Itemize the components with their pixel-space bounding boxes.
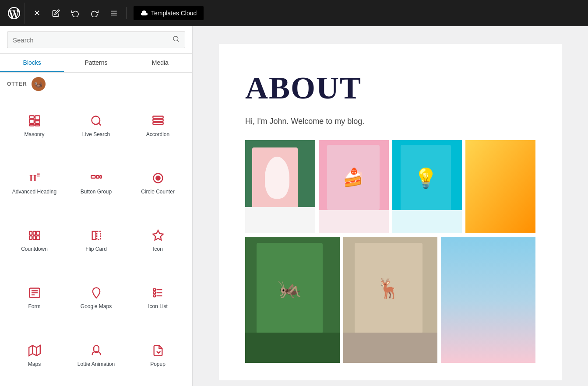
- svg-rect-5: [29, 116, 34, 118]
- edit-icon: [52, 9, 60, 17]
- search-box: [7, 32, 185, 48]
- block-item-form[interactable]: Form: [4, 270, 65, 327]
- block-item-lottie[interactable]: Lottie Animation: [65, 327, 127, 384]
- menu-button[interactable]: [105, 4, 123, 22]
- search-icon: [173, 35, 180, 44]
- undo-button[interactable]: [67, 4, 84, 22]
- gallery-img-pink-blue: [441, 237, 535, 363]
- undo-icon: [71, 9, 79, 17]
- icon-block-icon: [152, 228, 164, 242]
- icon-list-icon: [152, 286, 164, 300]
- gallery-img-deer: 🦌: [343, 237, 438, 363]
- advanced-heading-icon: H: [28, 171, 41, 185]
- block-label-icon: Icon: [153, 246, 163, 253]
- block-item-popup[interactable]: Popup: [127, 327, 189, 384]
- svg-rect-20: [96, 175, 99, 178]
- svg-text:H: H: [29, 173, 36, 183]
- svg-rect-25: [33, 232, 35, 235]
- block-label-icon-list: Icon List: [148, 303, 168, 310]
- svg-rect-40: [153, 292, 155, 294]
- block-item-countdown[interactable]: Countdown: [4, 212, 65, 269]
- svg-rect-9: [29, 124, 34, 126]
- templates-cloud-button[interactable]: Templates Cloud: [134, 6, 204, 20]
- gallery-img-extra: [465, 140, 535, 233]
- svg-rect-39: [153, 289, 155, 291]
- block-label-google-maps: Google Maps: [81, 303, 112, 310]
- button-group-icon: [90, 171, 102, 185]
- svg-point-23: [155, 175, 161, 181]
- svg-point-11: [92, 116, 100, 124]
- svg-rect-24: [29, 232, 32, 235]
- svg-rect-8: [35, 121, 40, 123]
- block-item-live-search[interactable]: Live Search: [65, 97, 127, 154]
- svg-rect-27: [29, 236, 32, 239]
- close-button[interactable]: ✕: [28, 4, 46, 22]
- block-label-countdown: Countdown: [21, 246, 48, 253]
- svg-rect-7: [29, 119, 34, 123]
- block-label-form: Form: [28, 303, 41, 310]
- svg-rect-6: [35, 116, 40, 119]
- svg-rect-41: [153, 295, 155, 297]
- tab-patterns[interactable]: Patterns: [64, 54, 128, 72]
- svg-rect-21: [100, 175, 102, 178]
- block-label-popup: Popup: [150, 361, 165, 368]
- sidebar: Blocks Patterns Media OTTER 🦦 Masonry: [0, 26, 193, 386]
- wp-icon: [8, 7, 20, 19]
- canvas-area[interactable]: ABOUT Hi, I'm John. Welcome to my blog. …: [193, 26, 588, 386]
- block-item-accordion[interactable]: Accordion: [127, 97, 189, 154]
- redo-button[interactable]: [86, 4, 103, 22]
- wp-logo[interactable]: [4, 3, 25, 24]
- svg-rect-15: [153, 122, 163, 124]
- block-label-maps: Maps: [28, 361, 41, 368]
- svg-line-12: [99, 123, 101, 125]
- block-item-button-group[interactable]: Button Group: [65, 154, 127, 212]
- gallery-img-bulb: 💡: [392, 140, 462, 233]
- block-item-flip-card[interactable]: Flip Card: [65, 212, 127, 269]
- block-item-masonry[interactable]: Masonry: [4, 97, 65, 154]
- live-search-icon: [90, 114, 102, 128]
- search-input[interactable]: [13, 36, 173, 44]
- svg-rect-19: [91, 175, 95, 178]
- toolbar-separator: [126, 7, 127, 19]
- block-item-circle-counter[interactable]: Circle Counter: [127, 154, 189, 212]
- main-layout: Blocks Patterns Media OTTER 🦦 Masonry: [0, 26, 588, 386]
- svg-point-3: [173, 36, 178, 41]
- svg-rect-29: [36, 236, 39, 239]
- page-content: ABOUT Hi, I'm John. Welcome to my blog. …: [219, 44, 562, 380]
- svg-rect-13: [153, 116, 163, 118]
- block-item-icon-list[interactable]: Icon List: [127, 270, 189, 327]
- popup-icon: [152, 344, 164, 358]
- svg-rect-28: [33, 236, 35, 239]
- block-label-accordion: Accordion: [146, 131, 169, 138]
- svg-marker-42: [29, 345, 40, 355]
- block-item-google-maps[interactable]: Google Maps: [65, 270, 127, 327]
- page-title: ABOUT: [245, 70, 535, 106]
- blocks-grid: Masonry Live Search Accordion H: [0, 95, 192, 386]
- block-item-maps[interactable]: Maps: [4, 327, 65, 384]
- countdown-icon: [28, 228, 41, 242]
- block-label-masonry: Masonry: [24, 131, 44, 138]
- svg-point-35: [95, 290, 98, 293]
- block-label-button-group: Button Group: [81, 189, 112, 196]
- edit-button[interactable]: [47, 4, 65, 22]
- block-item-icon[interactable]: Icon: [127, 212, 189, 269]
- menu-icon: [110, 9, 118, 17]
- block-label-advanced-heading: Advanced Heading: [12, 189, 56, 196]
- form-icon: [28, 286, 41, 300]
- otter-section-header: OTTER 🦦: [0, 73, 192, 95]
- gallery-grid-2: 🦗 🦌: [245, 237, 535, 363]
- toolbar: ✕ Templates Cloud: [0, 0, 588, 26]
- templates-cloud-icon: [141, 10, 148, 17]
- block-label-lottie: Lottie Animation: [77, 361, 115, 368]
- svg-rect-10: [35, 124, 40, 126]
- block-item-advanced-heading[interactable]: H Advanced Heading: [4, 154, 65, 212]
- block-label-circle-counter: Circle Counter: [141, 189, 175, 196]
- otter-avatar: 🦦: [32, 77, 46, 91]
- page-subtitle: Hi, I'm John. Welcome to my blog.: [245, 117, 535, 126]
- tab-media[interactable]: Media: [128, 54, 192, 72]
- tab-blocks[interactable]: Blocks: [0, 54, 64, 72]
- tabs-bar: Blocks Patterns Media: [0, 54, 192, 73]
- svg-rect-26: [36, 232, 39, 235]
- search-area: [0, 26, 192, 54]
- circle-counter-icon: [152, 171, 164, 185]
